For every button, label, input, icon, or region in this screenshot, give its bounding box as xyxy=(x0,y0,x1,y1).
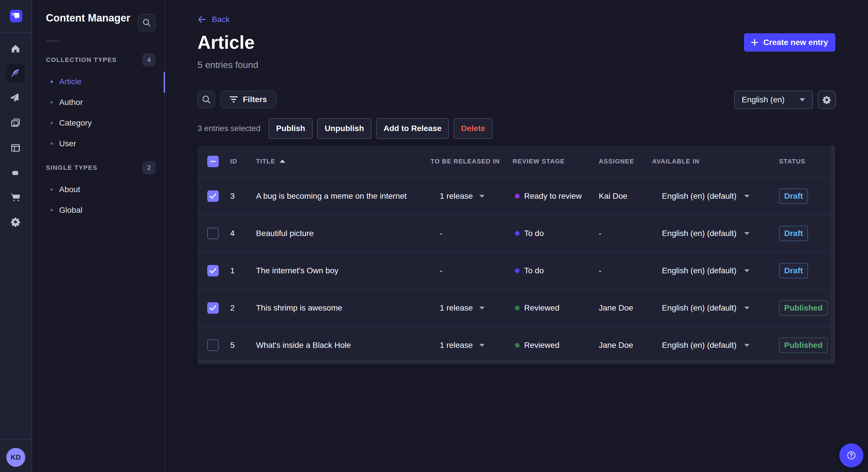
row-checkbox[interactable] xyxy=(207,228,219,239)
row-checkbox[interactable] xyxy=(207,339,219,351)
section-collection-types-label: COLLECTION TYPES xyxy=(46,56,117,64)
row-checkbox[interactable] xyxy=(207,302,219,314)
toolbar-right: English (en) xyxy=(734,91,836,109)
selection-actions: 3 entries selected Publish Unpublish Add… xyxy=(197,118,497,139)
nav-media-library-button[interactable] xyxy=(6,114,25,133)
back-link[interactable]: Back xyxy=(198,15,229,24)
table-row[interactable]: 1 The internet's Own boy - To do - Engli… xyxy=(197,252,835,290)
content-manager-subnav: Content Manager COLLECTION TYPES 4 Artic… xyxy=(32,0,165,472)
nav-content-manager-button[interactable] xyxy=(6,64,25,82)
cell-locale[interactable]: English (en) (default) xyxy=(652,341,779,350)
table-row[interactable]: 3 A bug is becoming a meme on the intern… xyxy=(197,178,835,215)
stage-dot-icon xyxy=(515,268,520,273)
cell-review-stage: To do xyxy=(513,229,599,238)
cell-release[interactable]: 1 release xyxy=(431,341,513,350)
cell-title: What's inside a Black Hole xyxy=(256,341,431,350)
cell-title: Beautiful picture xyxy=(256,229,431,238)
nav-content-type-builder-button[interactable] xyxy=(6,139,25,157)
chevron-down-icon xyxy=(799,98,805,102)
cell-release[interactable]: 1 release xyxy=(431,192,513,201)
sidebar-item-user[interactable]: User xyxy=(32,133,165,154)
nav-marketplace-button[interactable] xyxy=(6,188,25,206)
bullet-icon xyxy=(51,142,53,145)
chevron-down-icon xyxy=(744,232,750,235)
cell-locale[interactable]: English (en) (default) xyxy=(652,303,779,312)
locale-select[interactable]: English (en) xyxy=(734,91,813,109)
unpublish-button[interactable]: Unpublish xyxy=(317,118,371,139)
bullet-icon xyxy=(51,80,53,83)
sidebar-item-global[interactable]: Global xyxy=(32,200,165,221)
table-row[interactable]: 2 This shrimp is awesome 1 release Revie… xyxy=(197,290,835,327)
cell-locale[interactable]: English (en) (default) xyxy=(652,192,779,201)
nav-home-button[interactable] xyxy=(6,40,25,58)
strapi-logo[interactable] xyxy=(10,10,22,22)
select-all-checkbox[interactable] xyxy=(207,156,219,167)
status-badge: Published xyxy=(779,338,828,353)
column-header-review-stage[interactable]: REVIEW STAGE xyxy=(513,158,599,165)
table-horizontal-scrollbar[interactable] xyxy=(197,360,835,364)
table-header-row: ID TITLE TO BE RELEASED IN REVIEW STAGE … xyxy=(197,146,835,178)
strapi-logo-icon xyxy=(10,10,22,22)
column-header-status[interactable]: STATUS xyxy=(779,158,835,165)
cell-locale[interactable]: English (en) (default) xyxy=(652,229,779,238)
sidebar-item-author[interactable]: Author xyxy=(32,92,165,113)
bullet-icon xyxy=(51,122,53,124)
column-header-to-be-released-in[interactable]: TO BE RELEASED IN xyxy=(431,158,513,165)
create-new-entry-button[interactable]: Create new entry xyxy=(744,33,835,52)
sidebar-item-article[interactable]: Article xyxy=(32,71,165,92)
sidebar-item-category[interactable]: Category xyxy=(32,113,165,133)
cell-id: 4 xyxy=(230,229,256,238)
user-avatar[interactable]: KD xyxy=(6,448,25,467)
sort-ascending-icon xyxy=(279,159,286,163)
cell-assignee: - xyxy=(599,229,652,238)
cell-review-stage: To do xyxy=(513,266,599,275)
filters-button[interactable]: Filters xyxy=(220,91,277,108)
cell-locale[interactable]: English (en) (default) xyxy=(652,266,779,275)
subnav-search-button[interactable] xyxy=(138,14,156,32)
chevron-down-icon xyxy=(744,306,750,310)
stage-dot-icon xyxy=(515,306,520,310)
entries-table: ID TITLE TO BE RELEASED IN REVIEW STAGE … xyxy=(197,146,835,364)
bullet-icon xyxy=(51,101,53,103)
nav-releases-button[interactable] xyxy=(6,89,25,107)
search-icon xyxy=(143,19,151,27)
column-header-title[interactable]: TITLE xyxy=(256,158,431,165)
add-to-release-button[interactable]: Add to Release xyxy=(376,118,449,139)
single-types-count-badge: 2 xyxy=(143,161,156,174)
check-icon xyxy=(210,305,216,311)
table-row[interactable]: 4 Beautiful picture - To do - English (e… xyxy=(197,215,835,252)
subnav-scrollbar-thumb[interactable] xyxy=(164,72,165,93)
row-checkbox[interactable] xyxy=(207,191,219,202)
bullet-icon xyxy=(51,209,53,211)
chevron-down-icon xyxy=(479,343,485,347)
table-row[interactable]: 5 What's inside a Black Hole 1 release R… xyxy=(197,327,835,364)
publish-button[interactable]: Publish xyxy=(269,118,313,139)
sidebar-item-about[interactable]: About xyxy=(32,179,165,200)
column-header-assignee[interactable]: ASSIGNEE xyxy=(599,158,652,165)
row-checkbox[interactable] xyxy=(207,265,219,276)
cell-status: Draft xyxy=(779,263,835,278)
toolbar-left: Filters xyxy=(197,91,277,108)
help-button[interactable] xyxy=(839,443,863,467)
cloud-icon xyxy=(10,167,21,178)
column-header-available-in[interactable]: AVAILABLE IN xyxy=(652,158,779,165)
stage-dot-icon xyxy=(515,343,520,347)
delete-button[interactable]: Delete xyxy=(454,118,493,139)
column-header-id[interactable]: ID xyxy=(230,158,256,165)
search-button[interactable] xyxy=(197,91,215,108)
paper-plane-icon xyxy=(10,93,21,103)
cell-release[interactable]: 1 release xyxy=(431,303,513,312)
nav-deploy-button[interactable] xyxy=(6,164,25,182)
subnav-title: Content Manager xyxy=(46,12,130,24)
subnav-divider xyxy=(46,41,60,41)
bullet-icon xyxy=(51,189,53,191)
cell-assignee: - xyxy=(599,266,652,275)
nav-settings-button[interactable] xyxy=(6,213,25,231)
view-settings-button[interactable] xyxy=(817,91,836,109)
cell-assignee: Jane Doe xyxy=(599,341,652,350)
gear-icon xyxy=(10,216,21,227)
table-vertical-scrollbar[interactable] xyxy=(831,146,835,360)
status-badge: Draft xyxy=(779,189,808,204)
check-icon xyxy=(210,268,216,274)
shopping-cart-icon xyxy=(10,192,21,203)
